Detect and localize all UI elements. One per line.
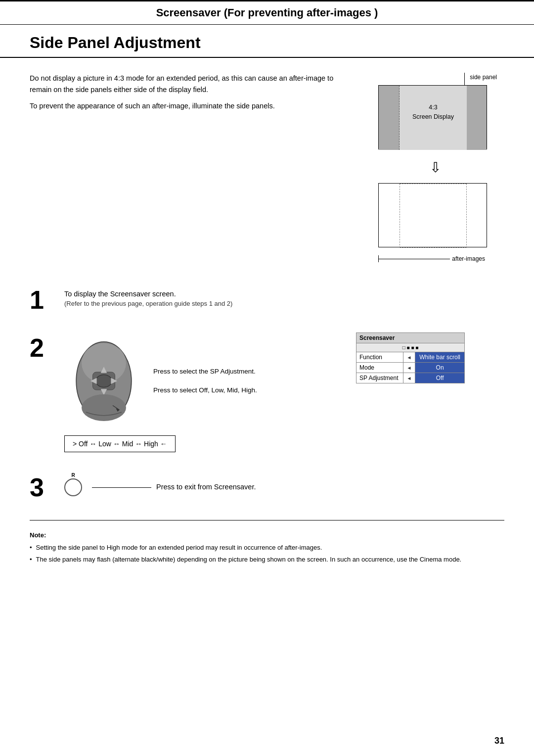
intro-paragraph1: Do not display a picture in 4:3 mode for… — [30, 73, 351, 95]
menu-row-1-label: Function — [356, 352, 403, 363]
step-1-main-text: To display the Screensaver screen. — [64, 288, 504, 300]
footer-page-number: 31 — [494, 736, 504, 746]
bullet-dot-1: • — [30, 543, 32, 553]
step-2-section: 2 — [30, 332, 504, 452]
screen-diagram-bottom: after-images — [371, 178, 499, 265]
step-3-instruction: Press to exit from Screensaver. — [156, 481, 256, 493]
header: Screensaver (For preventing after-images… — [0, 0, 534, 25]
note-label: Note: — [30, 530, 504, 541]
svg-point-3 — [96, 375, 112, 387]
menu-row-2-value: On — [415, 363, 465, 373]
note-bullet-2-text: The side panels may flash (alternate bla… — [36, 555, 462, 565]
arrows-label: > Off ↔ Low ↔ Mid ↔ High ← — [73, 440, 167, 448]
menu-row-1-left-arrow: ◄ — [403, 352, 415, 363]
step-3-content: R Press to exit from Screensaver. — [64, 472, 504, 496]
remote-instructions: Press to select the SP Adjustment. Press… — [153, 367, 257, 396]
step-3-button-row: R Press to exit from Screensaver. — [64, 478, 504, 496]
intro-text: Do not display a picture in 4:3 mode for… — [30, 73, 366, 265]
arrow-down-container: ⇩ — [430, 159, 441, 176]
remote-container: Press to select the SP Adjustment. Press… — [64, 336, 346, 425]
dashed-inner-area — [400, 184, 467, 248]
screen-outer-bottom — [378, 183, 487, 247]
menu-row-2-left-arrow: ◄ — [403, 363, 415, 373]
menu-title: Screensaver — [356, 333, 465, 343]
step-2-content: Press to select the SP Adjustment. Press… — [64, 332, 346, 452]
step-2-number: 2 — [30, 332, 64, 361]
screensaver-menu: Screensaver □ ■ ■ ■ Function ◄ White bar… — [356, 332, 465, 383]
note-section: Note: • Setting the side panel to High m… — [30, 520, 504, 566]
note-bullet-2: • The side panels may flash (alternate b… — [30, 555, 504, 565]
page-container: Screensaver (For preventing after-images… — [0, 0, 534, 756]
step-3-number: 3 — [30, 472, 64, 500]
remote-svg — [64, 336, 143, 425]
screen-display-label: 4:3Screen Display — [400, 103, 467, 122]
step-2-right: Screensaver □ ■ ■ ■ Function ◄ White bar… — [356, 332, 504, 383]
intro-diagram: side panel 4:3Screen Displa — [366, 73, 504, 265]
menu-row-1-value: White bar scroll — [415, 352, 465, 363]
after-images-label: after-images — [452, 255, 485, 262]
right-side-panel — [466, 86, 487, 150]
step-1-content: To display the Screensaver screen. (Refe… — [64, 284, 504, 307]
left-side-panel — [379, 86, 400, 150]
arrow-down-icon: ⇩ — [430, 159, 441, 176]
menu-row-3-label: SP Adjustment — [356, 373, 403, 383]
menu-row-3-value: Off — [415, 373, 465, 383]
menu-row-2-label: Mode — [356, 363, 403, 373]
page-title-section: Side Panel Adjustment — [0, 25, 534, 58]
step-3-section: 3 R Press to exit from Screensaver. — [30, 472, 504, 500]
section-intro: Do not display a picture in 4:3 mode for… — [30, 73, 504, 265]
screen-outer: 4:3Screen Display — [378, 85, 487, 149]
note-bullet-1: • Setting the side panel to High mode fo… — [30, 543, 504, 553]
step-2-instruction1: Press to select the SP Adjustment. — [153, 367, 257, 377]
button-r-label: R — [71, 472, 75, 478]
intro-paragraph2: To prevent the appearance of such an aft… — [30, 100, 351, 112]
screen-display-text: 4:3Screen Display — [412, 104, 454, 120]
bullet-dot-2: • — [30, 555, 32, 565]
after-images-row: after-images — [378, 255, 487, 262]
step-1-number: 1 — [30, 284, 64, 313]
side-panel-label: side panel — [470, 74, 497, 81]
step-1-sub-text: (Refer to the previous page, operation g… — [64, 300, 504, 307]
menu-icons-row: □ ■ ■ ■ — [356, 343, 465, 352]
svg-point-8 — [82, 394, 126, 421]
main-content: Do not display a picture in 4:3 mode for… — [0, 58, 534, 581]
arrows-box: > Off ↔ Low ↔ Mid ↔ High ← — [64, 435, 176, 452]
after-line-h — [379, 259, 450, 259]
return-button: R — [64, 478, 82, 496]
header-title: Screensaver (For preventing after-images… — [156, 6, 378, 19]
step-1-section: 1 To display the Screensaver screen. (Re… — [30, 284, 504, 313]
page-title: Side Panel Adjustment — [30, 34, 504, 52]
step3-line — [92, 487, 151, 488]
step-2-instruction2: Press to select Off, Low, Mid, High. — [153, 385, 257, 395]
menu-row-3-left-arrow: ◄ — [403, 373, 415, 383]
note-bullet-1-text: Setting the side panel to High mode for … — [36, 543, 322, 553]
screen-diagram-top: side panel 4:3Screen Displa — [371, 73, 499, 157]
